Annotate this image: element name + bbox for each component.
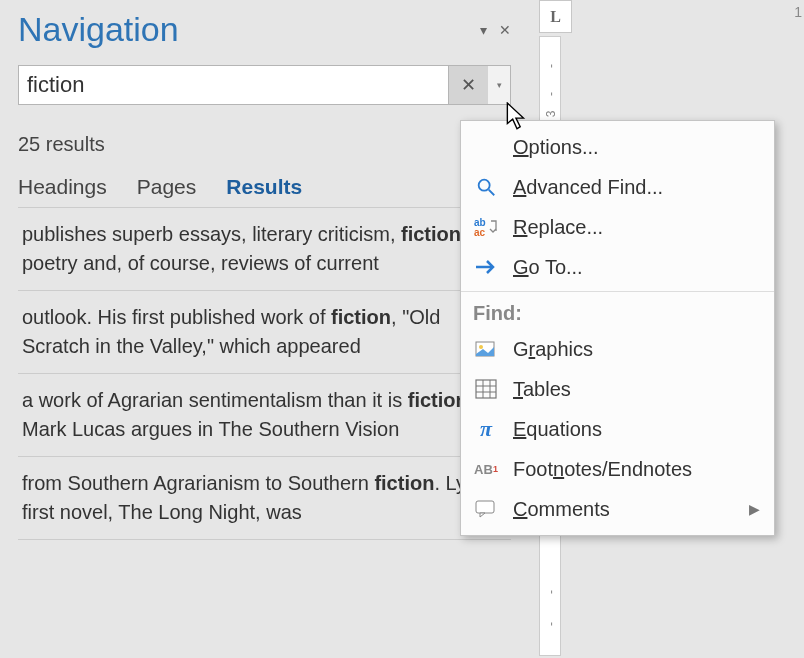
menu-item-comments[interactable]: Comments ▶ xyxy=(461,489,774,529)
pane-header: Navigation ▾ ✕ xyxy=(18,10,511,49)
tab-selector[interactable]: L xyxy=(539,0,572,33)
result-item[interactable]: a work of Agrarian sentimentalism than i… xyxy=(18,374,511,457)
menu-item-advanced-find[interactable]: Advanced Find... xyxy=(461,167,774,207)
menu-item-footnotes[interactable]: AB1 Footnotes/Endnotes xyxy=(461,449,774,489)
tab-results[interactable]: Results xyxy=(226,175,302,199)
menu-label: Graphics xyxy=(513,338,593,361)
menu-separator xyxy=(461,291,774,292)
svg-rect-7 xyxy=(476,380,496,398)
menu-item-options[interactable]: Options... xyxy=(461,127,774,167)
arrow-right-icon xyxy=(473,255,499,279)
pane-options-dropdown-icon[interactable]: ▾ xyxy=(480,22,487,38)
pane-title: Navigation xyxy=(18,10,179,49)
result-item[interactable]: from Southern Agrarianism to Southern fi… xyxy=(18,457,511,540)
replace-icon: abac xyxy=(473,215,499,239)
result-hit: fiction xyxy=(331,306,391,328)
page-indicator: 1 xyxy=(794,4,802,20)
footnotes-icon: AB1 xyxy=(473,457,499,481)
menu-label: Advanced Find... xyxy=(513,176,663,199)
menu-item-equations[interactable]: π Equations xyxy=(461,409,774,449)
menu-label: Options... xyxy=(513,136,599,159)
search-options-dropdown-button[interactable]: ▾ xyxy=(488,66,510,104)
menu-label: Tables xyxy=(513,378,571,401)
navigation-pane: Navigation ▾ ✕ ✕ ▾ 25 results ▲ Headings… xyxy=(0,0,529,658)
menu-heading-find: Find: xyxy=(461,296,774,329)
svg-text:ac: ac xyxy=(474,227,486,237)
graphics-icon xyxy=(473,337,499,361)
menu-item-graphics[interactable]: Graphics xyxy=(461,329,774,369)
result-pre: a work of Agrarian sentimentalism than i… xyxy=(22,389,408,411)
svg-marker-13 xyxy=(480,513,485,517)
result-pre: outlook. His first published work of xyxy=(22,306,331,328)
ruler-tick: - xyxy=(544,57,558,75)
ruler-tick: - xyxy=(544,615,558,633)
comments-icon xyxy=(473,497,499,521)
search-input[interactable] xyxy=(19,66,448,104)
menu-label: Comments xyxy=(513,498,610,521)
ruler-tick: - xyxy=(544,85,558,103)
search-options-menu: Options... Advanced Find... abac Replace… xyxy=(460,120,775,536)
result-item[interactable]: outlook. His first published work of fic… xyxy=(18,291,511,374)
page-number: 1 xyxy=(794,4,802,20)
submenu-arrow-icon: ▶ xyxy=(749,501,760,517)
search-row: ✕ ▾ xyxy=(18,65,511,105)
result-item[interactable]: publishes superb essays, literary critic… xyxy=(18,208,511,291)
result-pre: publishes superb essays, literary critic… xyxy=(22,223,401,245)
svg-point-6 xyxy=(479,345,483,349)
equations-icon: π xyxy=(473,417,499,441)
svg-line-1 xyxy=(489,190,495,196)
svg-rect-12 xyxy=(476,501,494,513)
menu-item-tables[interactable]: Tables xyxy=(461,369,774,409)
pane-controls: ▾ ✕ xyxy=(480,22,511,38)
menu-item-goto[interactable]: Go To... xyxy=(461,247,774,287)
search-icon xyxy=(473,175,499,199)
results-info: 25 results ▲ xyxy=(18,131,511,157)
tab-headings[interactable]: Headings xyxy=(18,175,107,199)
menu-label: Footnotes/Endnotes xyxy=(513,458,692,481)
result-hit: fiction xyxy=(408,389,468,411)
result-hit: fiction xyxy=(401,223,461,245)
close-icon: ✕ xyxy=(461,74,476,96)
menu-label: Go To... xyxy=(513,256,583,279)
chevron-down-icon: ▾ xyxy=(497,80,502,90)
tables-icon xyxy=(473,377,499,401)
menu-label: Replace... xyxy=(513,216,603,239)
result-list: publishes superb essays, literary critic… xyxy=(18,207,511,540)
pane-close-icon[interactable]: ✕ xyxy=(499,22,511,38)
menu-item-replace[interactable]: abac Replace... xyxy=(461,207,774,247)
clear-search-button[interactable]: ✕ xyxy=(448,66,488,104)
menu-label: Equations xyxy=(513,418,602,441)
blank-icon xyxy=(473,135,499,159)
results-count: 25 results xyxy=(18,133,105,156)
svg-point-0 xyxy=(479,180,490,191)
tab-pages[interactable]: Pages xyxy=(137,175,197,199)
result-hit: fiction xyxy=(374,472,434,494)
ruler-tick: - xyxy=(544,583,558,601)
nav-tabs: Headings Pages Results xyxy=(18,175,511,199)
result-pre: from Southern Agrarianism to Southern xyxy=(22,472,374,494)
